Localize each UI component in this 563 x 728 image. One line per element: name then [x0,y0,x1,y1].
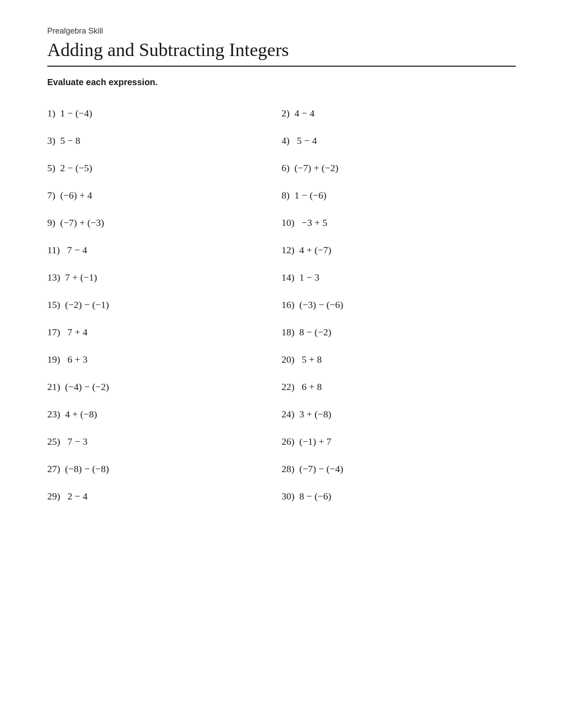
problem-item: 18) 8 − (−2) [282,319,516,346]
problem-item: 10) −3 + 5 [282,209,516,236]
problem-item: 6) (−7) + (−2) [282,154,516,182]
problem-item: 19) 6 + 3 [47,346,282,373]
problem-item: 12) 4 + (−7) [282,236,516,264]
problem-item: 11) 7 − 4 [47,236,282,264]
problem-item: 13) 7 + (−1) [47,264,282,291]
problem-item: 2) 4 − 4 [282,100,516,127]
problem-item: 8) 1 − (−6) [282,182,516,209]
problem-item: 1) 1 − (−4) [47,100,282,127]
problem-item: 24) 3 + (−8) [282,401,516,428]
problem-item: 15) (−2) − (−1) [47,291,282,319]
problem-item: 27) (−8) − (−8) [47,455,282,483]
problem-item: 26) (−1) + 7 [282,428,516,455]
main-title: Adding and Subtracting Integers [47,39,516,67]
problem-item: 30) 8 − (−6) [282,483,516,510]
problem-item: 14) 1 − 3 [282,264,516,291]
problem-item: 3) 5 − 8 [47,127,282,154]
problem-item: 22) 6 + 8 [282,373,516,401]
problem-item: 5) 2 − (−5) [47,154,282,182]
problem-item: 9) (−7) + (−3) [47,209,282,236]
problem-item: 28) (−7) − (−4) [282,455,516,483]
problem-item: 4) 5 − 4 [282,127,516,154]
problem-item: 17) 7 + 4 [47,319,282,346]
problem-item: 16) (−3) − (−6) [282,291,516,319]
problem-item: 7) (−6) + 4 [47,182,282,209]
problem-item: 29) 2 − 4 [47,483,282,510]
skill-label: Prealgebra Skill [47,26,516,36]
instructions: Evaluate each expression. [47,77,516,87]
problem-item: 23) 4 + (−8) [47,401,282,428]
problem-item: 25) 7 − 3 [47,428,282,455]
problems-grid: 1) 1 − (−4)2) 4 − 43) 5 − 84) 5 − 45) 2 … [47,100,516,510]
problem-item: 20) 5 + 8 [282,346,516,373]
problem-item: 21) (−4) − (−2) [47,373,282,401]
